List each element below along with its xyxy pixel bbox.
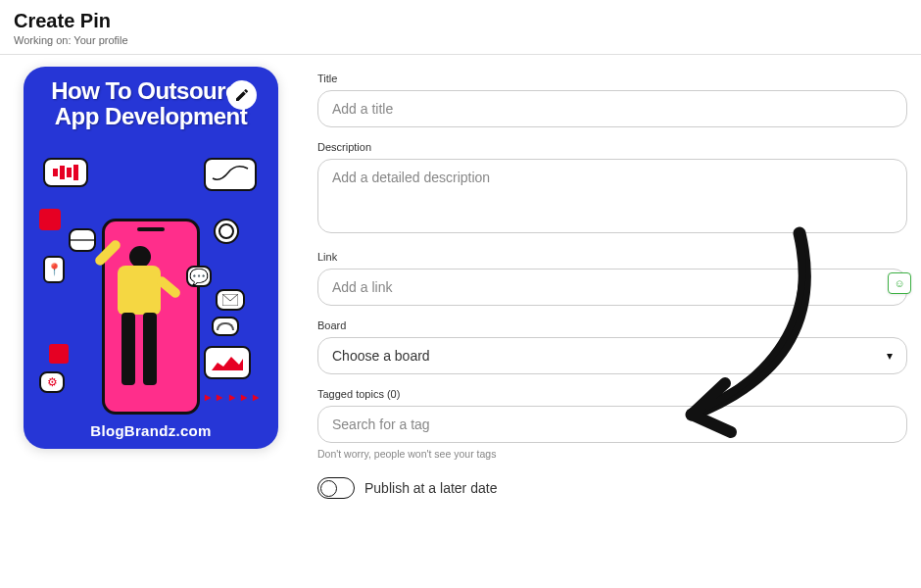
close-button[interactable] bbox=[892, 18, 913, 39]
form-column: Title Description Link Board Choose a bo… bbox=[317, 67, 907, 499]
page-title: Create Pin bbox=[14, 10, 907, 32]
preview-footer-text: BlogBrandz.com bbox=[24, 422, 278, 439]
edit-pin-button[interactable] bbox=[227, 80, 257, 110]
link-field: Link bbox=[317, 251, 907, 306]
arrow-dots-graphic: ▶ ▶ ▶ ▶ ▶ bbox=[205, 393, 261, 402]
publish-later-label: Publish at a later date bbox=[364, 480, 497, 496]
working-on-prefix: Working on: bbox=[14, 34, 72, 46]
bar-chart-icon bbox=[43, 158, 88, 187]
title-input[interactable] bbox=[317, 90, 907, 127]
link-label: Link bbox=[317, 251, 907, 263]
list-icon bbox=[69, 228, 96, 252]
board-select[interactable]: Choose a board ▾ bbox=[317, 337, 907, 374]
pencil-icon bbox=[234, 87, 250, 103]
description-label: Description bbox=[317, 141, 907, 153]
preview-column: How To Outsource App Development 💬 bbox=[14, 67, 288, 499]
board-field: Board Choose a board ▾ bbox=[317, 319, 907, 374]
working-on-value: Your profile bbox=[73, 34, 127, 46]
gear-icon bbox=[39, 371, 65, 393]
tags-hint: Don't worry, people won't see your tags bbox=[317, 448, 907, 460]
cloud-icon bbox=[212, 317, 239, 336]
circle-target-icon bbox=[214, 219, 239, 244]
title-field: Title bbox=[317, 73, 907, 127]
smiley-icon: ☺ bbox=[894, 277, 904, 289]
working-on-line: Working on: Your profile bbox=[14, 34, 907, 46]
preview-headline-line2: App Development bbox=[33, 104, 268, 129]
pin-icon bbox=[43, 256, 65, 283]
mail-icon bbox=[216, 289, 245, 311]
publish-later-row: Publish at a later date bbox=[317, 477, 907, 499]
tags-label: Tagged topics (0) bbox=[317, 388, 907, 400]
title-label: Title bbox=[317, 73, 907, 84]
tags-field: Tagged topics (0) Don't worry, people wo… bbox=[317, 388, 907, 460]
publish-later-toggle[interactable] bbox=[317, 477, 355, 499]
grammarly-widget[interactable]: ☺ bbox=[888, 272, 911, 294]
description-input[interactable] bbox=[317, 159, 907, 233]
description-field: Description bbox=[317, 141, 907, 237]
page-header: Create Pin Working on: Your profile bbox=[0, 0, 921, 55]
pin-preview[interactable]: How To Outsource App Development 💬 bbox=[24, 67, 278, 449]
board-label: Board bbox=[317, 319, 907, 331]
red-square-icon bbox=[39, 209, 61, 230]
board-select-placeholder: Choose a board bbox=[332, 348, 430, 364]
chat-icon: 💬 bbox=[186, 266, 212, 287]
tags-input[interactable] bbox=[317, 406, 907, 443]
chevron-down-icon: ▾ bbox=[887, 349, 893, 363]
red-square-small-icon bbox=[49, 344, 69, 364]
link-input[interactable] bbox=[317, 269, 907, 306]
line-graph-icon bbox=[204, 158, 257, 191]
main-content: How To Outsource App Development 💬 bbox=[0, 55, 921, 511]
preview-illustration: 💬 ▶ ▶ ▶ ▶ ▶ bbox=[24, 140, 278, 415]
area-chart-icon bbox=[204, 346, 251, 379]
